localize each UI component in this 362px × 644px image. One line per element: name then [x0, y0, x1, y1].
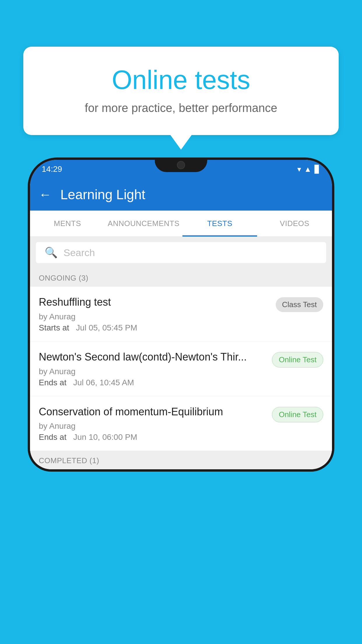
- test-time-value-2: Jul 06, 10:45 AM: [73, 378, 134, 387]
- phone-notch: [155, 158, 207, 172]
- test-item-1[interactable]: Reshuffling test by Anurag Starts at Jul…: [30, 287, 332, 342]
- app-bar: ← Learning Light: [30, 178, 332, 211]
- test-time-label-1: Starts at: [39, 323, 69, 332]
- completed-section-header: COMPLETED (1): [30, 451, 332, 469]
- test-badge-3: Online Test: [272, 407, 323, 422]
- test-author-3: by Anurag: [39, 421, 266, 431]
- test-time-1: Starts at Jul 05, 05:45 PM: [39, 323, 270, 332]
- app-bar-title: Learning Light: [60, 187, 145, 202]
- test-badge-1: Class Test: [276, 297, 323, 312]
- test-item-3[interactable]: Conservation of momentum-Equilibrium by …: [30, 396, 332, 451]
- test-badge-2: Online Test: [272, 352, 323, 368]
- test-author-2: by Anurag: [39, 367, 266, 376]
- tab-ments[interactable]: MENTS: [30, 211, 105, 237]
- test-info-2: Newton's Second law(contd)-Newton's Thir…: [39, 350, 266, 387]
- test-time-value-1: Jul 05, 05:45 PM: [76, 323, 137, 332]
- back-button[interactable]: ←: [39, 187, 52, 202]
- phone-screen: 14:29 ▾ ▲ ▊ ← Learning Light MENTS ANNOU…: [30, 160, 332, 469]
- ongoing-section-header: ONGOING (3): [30, 268, 332, 287]
- test-time-value-3: Jun 10, 06:00 PM: [73, 433, 137, 442]
- signal-icon: ▲: [304, 165, 312, 174]
- search-icon: 🔍: [45, 246, 58, 259]
- phone-mockup: 14:29 ▾ ▲ ▊ ← Learning Light MENTS ANNOU…: [28, 158, 334, 644]
- wifi-icon: ▾: [297, 165, 301, 174]
- test-time-label-2: Ends at: [39, 378, 66, 387]
- completed-section-label: COMPLETED (1): [39, 456, 99, 465]
- test-list: Reshuffling test by Anurag Starts at Jul…: [30, 287, 332, 451]
- ongoing-section-label: ONGOING (3): [39, 274, 88, 282]
- phone-camera: [177, 161, 185, 169]
- test-info-1: Reshuffling test by Anurag Starts at Jul…: [39, 295, 270, 332]
- tab-tests[interactable]: TESTS: [182, 211, 257, 237]
- test-item-2[interactable]: Newton's Second law(contd)-Newton's Thir…: [30, 342, 332, 396]
- speech-bubble: Online tests for more practice, better p…: [23, 47, 339, 135]
- tab-videos[interactable]: VIDEOS: [257, 211, 332, 237]
- search-container: 🔍 Search: [30, 237, 332, 268]
- test-time-label-3: Ends at: [39, 433, 66, 442]
- test-title-3: Conservation of momentum-Equilibrium: [39, 405, 266, 419]
- search-placeholder: Search: [64, 247, 95, 258]
- test-author-1: by Anurag: [39, 312, 270, 321]
- tabs-bar: MENTS ANNOUNCEMENTS TESTS VIDEOS: [30, 211, 332, 237]
- search-input-box[interactable]: 🔍 Search: [36, 242, 326, 263]
- test-title-1: Reshuffling test: [39, 295, 270, 309]
- test-time-2: Ends at Jul 06, 10:45 AM: [39, 378, 266, 387]
- test-time-3: Ends at Jun 10, 06:00 PM: [39, 433, 266, 442]
- speech-bubble-title: Online tests: [47, 64, 315, 96]
- battery-icon: ▊: [314, 165, 320, 174]
- test-title-2: Newton's Second law(contd)-Newton's Thir…: [39, 350, 266, 364]
- speech-bubble-subtitle: for more practice, better performance: [47, 102, 315, 115]
- phone-outer: 14:29 ▾ ▲ ▊ ← Learning Light MENTS ANNOU…: [28, 158, 334, 472]
- tab-announcements[interactable]: ANNOUNCEMENTS: [105, 211, 182, 237]
- status-icons: ▾ ▲ ▊: [297, 165, 320, 174]
- status-time: 14:29: [42, 164, 62, 174]
- test-info-3: Conservation of momentum-Equilibrium by …: [39, 405, 266, 442]
